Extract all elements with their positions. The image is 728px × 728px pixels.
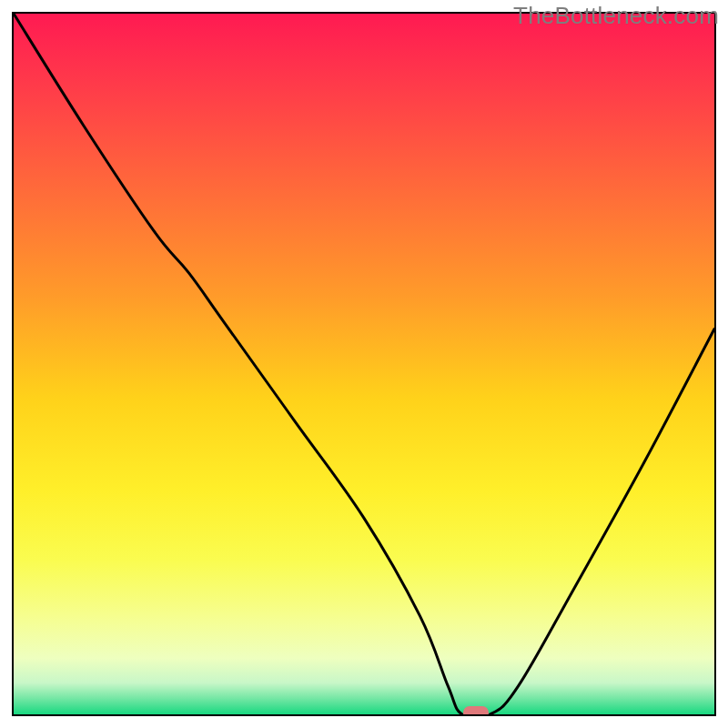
gradient-background — [14, 14, 714, 714]
chart-container: TheBottleneck.com — [0, 0, 728, 728]
plot-area — [12, 12, 716, 716]
svg-rect-0 — [14, 14, 714, 714]
